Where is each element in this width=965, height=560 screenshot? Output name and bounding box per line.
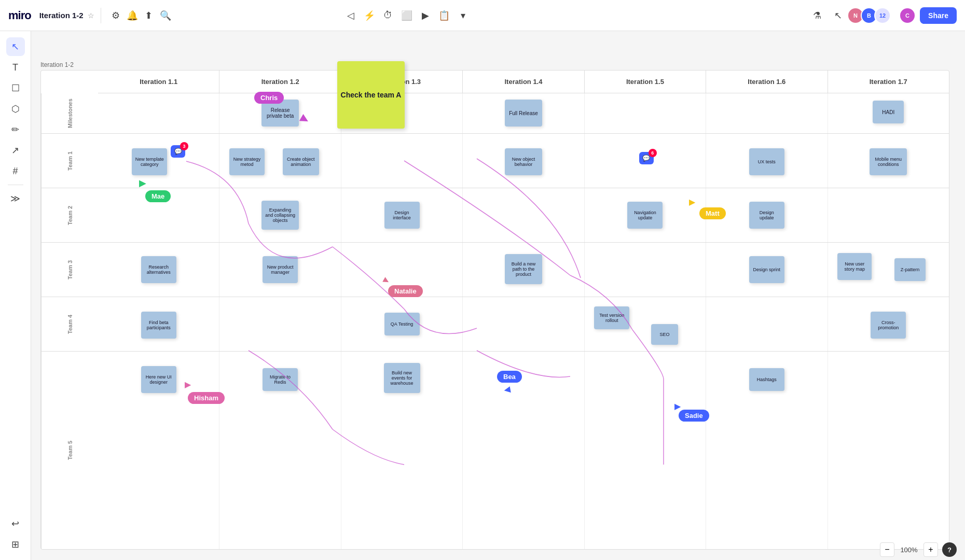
upload-icon[interactable]: ⬆	[141, 7, 157, 24]
topbar: miro Iteration 1-2 ☆ ⚙ 🔔 ⬆ 🔍 ◁ ⚡ ⏱ ⬜ ▶ 📋…	[0, 0, 965, 31]
sticky-migrate-redis[interactable]: Migrate to Redis	[263, 368, 298, 391]
team3-label: Team 3	[41, 243, 98, 297]
more-icon[interactable]: ▾	[454, 7, 471, 24]
cursor-hisham: Hisham	[188, 392, 225, 404]
avatar-count: 12	[874, 7, 891, 24]
sticky-find-beta[interactable]: Find beta participants	[141, 312, 176, 339]
settings-icon[interactable]: ⚙	[107, 7, 124, 24]
cursor-natalie: Natalie	[388, 285, 423, 297]
team4-row: Team 4 Find beta participants QA Testing…	[41, 297, 949, 352]
sticky-qa-testing[interactable]: QA Testing	[384, 313, 420, 335]
team4-label: Team 4	[41, 297, 98, 351]
share-button[interactable]: Share	[920, 7, 957, 24]
comment-badge-1: 3	[180, 142, 188, 150]
matt-arrow: ▶	[689, 197, 695, 207]
iter-header-1.2: Iteration 1.2	[219, 71, 341, 93]
present-icon[interactable]: ▶	[417, 7, 434, 24]
filter-icon[interactable]: ⚗	[809, 7, 825, 24]
sadie-arrow: ▶	[674, 401, 681, 411]
sticky-z-pattern[interactable]: Z-pattern	[894, 258, 926, 281]
sticky-new-user-story-map[interactable]: New user story map	[837, 253, 872, 280]
layers-tool[interactable]: ⊞	[6, 535, 25, 554]
sticky-hashtags[interactable]: Hashtags	[749, 368, 784, 391]
cursor-mae: Mae	[145, 190, 171, 202]
cursor-sadie: Sadie	[679, 410, 709, 422]
zoom-level: 100%	[899, 546, 919, 554]
iter-header-1.6: Iteration 1.6	[706, 71, 828, 93]
iter-header-1.7: Iteration 1.7	[828, 71, 949, 93]
sticky-new-template-category[interactable]: New template category	[132, 148, 167, 175]
check-the-team-sticky[interactable]: Check the team A	[337, 61, 405, 129]
sticky-new-product-manager[interactable]: New product manager	[263, 256, 298, 283]
sticky-tool[interactable]: ☐	[6, 79, 25, 97]
star-icon[interactable]: ☆	[88, 11, 94, 20]
sticky-cross-promotion[interactable]: Cross-promotion	[871, 312, 906, 339]
check-the-team-text: Check the team A	[341, 91, 402, 99]
bottombar: − 100% + ?	[872, 539, 965, 560]
help-button[interactable]: ?	[942, 542, 957, 557]
share-label: Share	[928, 11, 948, 20]
undo-tool[interactable]: ↩	[6, 514, 25, 533]
cursor-icon[interactable]: ↖	[830, 7, 846, 24]
canvas: Iteration 1-2 Iteration 1.1 Iteration 1.…	[31, 31, 965, 560]
sticky-here-new-ui[interactable]: Here new UI designer	[141, 366, 176, 393]
comment-bubble-1[interactable]: 💬 3	[171, 145, 185, 158]
iter-headers: Iteration 1.1 Iteration 1.2 Iteration 1.…	[98, 71, 949, 93]
hisham-arrow: ▶	[185, 380, 191, 389]
milestones-label: Milestones	[41, 93, 98, 133]
title-area: Iteration 1-2 ☆	[39, 11, 94, 20]
avatar-current-user: C	[899, 7, 916, 24]
cursor-matt: Matt	[699, 207, 726, 219]
shape-tool[interactable]: ⬡	[6, 100, 25, 118]
comment-bubble-2[interactable]: 💬 6	[639, 152, 654, 164]
sticky-full-release[interactable]: Full Release	[505, 100, 542, 127]
team2-label: Team 2	[41, 188, 98, 242]
sticky-build-new-path[interactable]: Build a new path to the product	[505, 254, 542, 284]
zoom-in-button[interactable]: +	[923, 542, 938, 557]
sticky-build-new-events[interactable]: Build new events for warehouse	[384, 363, 420, 393]
sticky-hadi[interactable]: HADI	[873, 101, 904, 123]
cursor-bea: Bea	[497, 371, 522, 383]
sticky-research-alternatives[interactable]: Research alternatives	[141, 256, 176, 283]
expand-tool[interactable]: ≫	[6, 189, 25, 208]
sticky-test-version-rollout[interactable]: Test version rollout	[594, 306, 629, 329]
iter-header-1.5: Iteration 1.5	[585, 71, 706, 93]
team1-row: Team 1 New template category 💬 3 New str…	[41, 134, 949, 188]
frame-icon[interactable]: ⬜	[398, 7, 415, 24]
sticky-seo[interactable]: SEO	[651, 324, 678, 345]
team3-row: Team 3 Research alternatives New product…	[41, 243, 949, 297]
lightning-icon[interactable]: ⚡	[361, 7, 378, 24]
board: Iteration 1.1 Iteration 1.2 Iteration 1.…	[40, 70, 949, 550]
iter-header-1.4: Iteration 1.4	[463, 71, 584, 93]
sticky-design-update[interactable]: Design update	[749, 202, 784, 229]
bell-icon[interactable]: 🔔	[124, 7, 141, 24]
iteration-12-label: Iteration 1-2	[40, 61, 74, 68]
milestones-row: Milestones Release private beta Full Rel…	[41, 93, 949, 134]
search-icon[interactable]: 🔍	[157, 7, 174, 24]
sticky-navigation-update[interactable]: Navigation update	[627, 202, 663, 229]
sticky-mobile-menu[interactable]: Mobile menu conditions	[870, 148, 907, 175]
text-tool[interactable]: T	[6, 58, 25, 77]
sticky-create-object-animation[interactable]: Create object animation	[283, 148, 319, 175]
arrow-tool[interactable]: ↗	[6, 141, 25, 160]
sticky-new-object-behavior[interactable]: New object behavior	[505, 148, 542, 175]
frame-tool[interactable]: #	[6, 162, 25, 180]
select-tool[interactable]: ↖	[6, 37, 25, 56]
sticky-design-interface[interactable]: Design interface	[384, 202, 420, 229]
sticky-design-sprint[interactable]: Design sprint	[749, 256, 784, 283]
pen-tool[interactable]: ✏	[6, 120, 25, 139]
center-tools: ◁ ⚡ ⏱ ⬜ ▶ 📋 ▾	[342, 7, 471, 24]
team5-label: Team 5	[41, 352, 98, 549]
sticky-new-strategy[interactable]: New strategy metod	[229, 148, 265, 175]
mae-arrow: ▶	[139, 177, 146, 189]
team1-label: Team 1	[41, 134, 98, 188]
sticky-ux-tests[interactable]: UX tests	[749, 148, 784, 175]
nav-back-icon[interactable]: ◁	[342, 7, 359, 24]
board-title: Iteration 1-2	[39, 11, 84, 20]
cursor-chris: Chris	[254, 92, 284, 104]
timer-icon[interactable]: ⏱	[380, 7, 396, 24]
notes-icon[interactable]: 📋	[436, 7, 452, 24]
sticky-expanding-collapsing[interactable]: Expanding and collapsing objects	[261, 201, 299, 230]
zoom-out-button[interactable]: −	[880, 542, 894, 557]
avatar-group: N B 12	[850, 7, 891, 24]
